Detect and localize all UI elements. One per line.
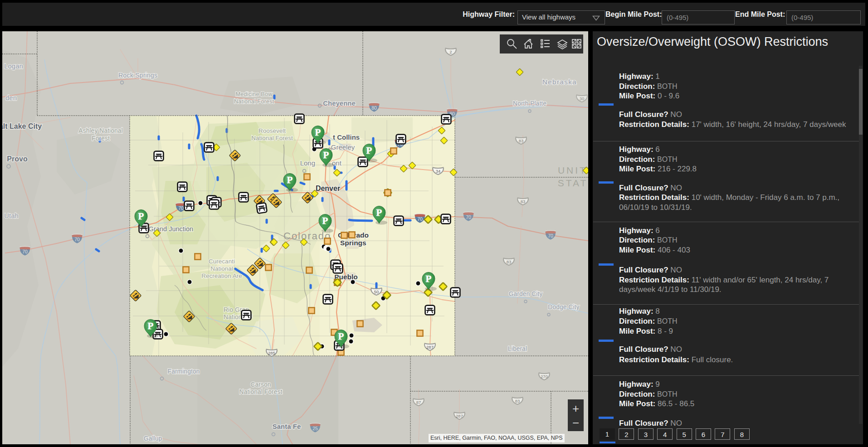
svg-text:Rock Springs: Rock Springs bbox=[118, 72, 157, 79]
svg-text:2: 2 bbox=[449, 49, 452, 54]
svg-text:t Collins: t Collins bbox=[333, 133, 360, 141]
svg-text:34: 34 bbox=[436, 169, 441, 174]
svg-text:Long: Long bbox=[300, 159, 315, 167]
svg-text:National Forest: National Forest bbox=[234, 98, 274, 105]
svg-text:Ashley National: Ashley National bbox=[78, 127, 122, 134]
svg-text:Nebraska: Nebraska bbox=[542, 78, 577, 86]
svg-text:83: 83 bbox=[521, 199, 526, 204]
svg-text:80: 80 bbox=[371, 105, 377, 111]
svg-text:Dodge City: Dodge City bbox=[548, 303, 579, 311]
svg-text:Farmington: Farmington bbox=[168, 368, 200, 375]
svg-text:70: 70 bbox=[548, 233, 553, 238]
svg-text:70: 70 bbox=[417, 216, 423, 222]
svg-text:Denver: Denver bbox=[316, 185, 340, 192]
svg-text:83: 83 bbox=[507, 259, 512, 264]
svg-text:Gallup: Gallup bbox=[144, 435, 162, 442]
svg-text:70: 70 bbox=[22, 249, 28, 254]
svg-text:70: 70 bbox=[466, 214, 471, 220]
svg-text:Garden City: Garden City bbox=[509, 290, 543, 297]
svg-text:83: 83 bbox=[519, 138, 524, 143]
svg-text:den: den bbox=[5, 94, 17, 102]
svg-text:87: 87 bbox=[416, 400, 421, 405]
svg-text:287: 287 bbox=[426, 345, 434, 350]
svg-text:Medicine Bow: Medicine Bow bbox=[236, 91, 273, 97]
svg-text:Greeley: Greeley bbox=[331, 143, 355, 151]
svg-text:30: 30 bbox=[580, 96, 585, 101]
svg-text:Curecanti: Curecanti bbox=[209, 258, 235, 265]
svg-text:Utah: Utah bbox=[4, 212, 19, 219]
svg-text:Santa Fe: Santa Fe bbox=[273, 423, 301, 430]
svg-text:Roosevelt: Roosevelt bbox=[258, 127, 286, 134]
svg-text:National Forest: National Forest bbox=[251, 135, 293, 141]
svg-text:STATES: STATES bbox=[558, 178, 588, 188]
svg-text:National Forest: National Forest bbox=[239, 388, 283, 395]
svg-text:Carson: Carson bbox=[250, 381, 271, 388]
svg-text:Logan: Logan bbox=[4, 62, 23, 70]
svg-text:Liberal: Liberal bbox=[508, 345, 527, 352]
svg-text:285: 285 bbox=[268, 350, 275, 355]
svg-text:25: 25 bbox=[312, 426, 318, 431]
svg-text:Recreation Are: Recreation Are bbox=[201, 272, 242, 279]
svg-text:Provo: Provo bbox=[7, 155, 28, 163]
svg-text:70: 70 bbox=[178, 205, 184, 211]
svg-text:National: National bbox=[210, 265, 233, 272]
svg-text:alt Lake City: alt Lake City bbox=[2, 122, 42, 130]
svg-text:70: 70 bbox=[74, 237, 80, 242]
svg-text:Forest: Forest bbox=[92, 135, 110, 142]
svg-text:83: 83 bbox=[515, 398, 520, 403]
svg-text:287: 287 bbox=[456, 413, 463, 418]
svg-text:Cheyenne: Cheyenne bbox=[323, 99, 356, 107]
svg-text:North Platte: North Platte bbox=[513, 100, 546, 107]
svg-text:50: 50 bbox=[374, 289, 379, 294]
svg-text:270: 270 bbox=[541, 374, 548, 379]
svg-text:Springs: Springs bbox=[340, 239, 366, 247]
